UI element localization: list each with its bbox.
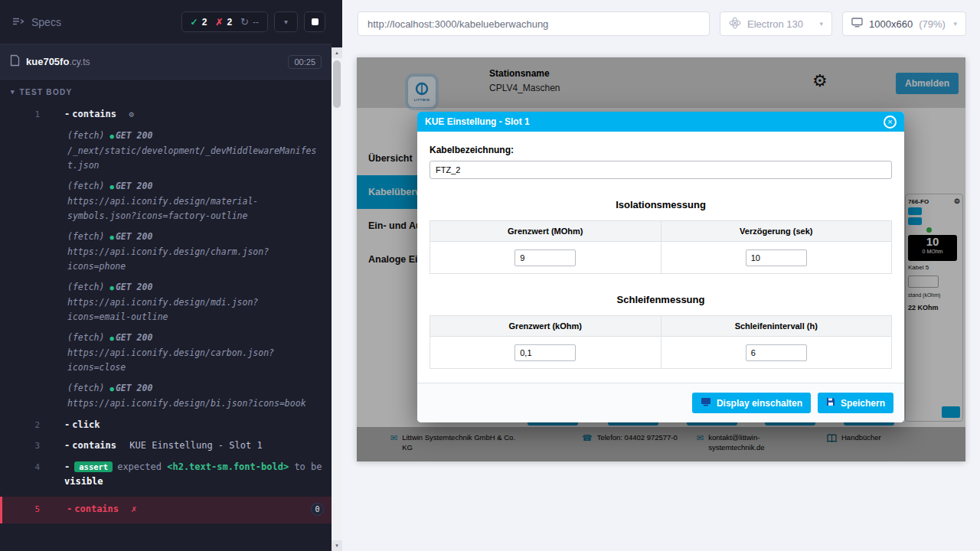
chevron-down-icon: ▾ bbox=[953, 20, 957, 28]
fetch-tag: (fetch) bbox=[67, 282, 104, 292]
loop-intervall-input[interactable] bbox=[746, 344, 807, 361]
status-dot-icon: ● bbox=[109, 132, 113, 140]
chevron-down-icon: ▾ bbox=[284, 18, 288, 26]
viewport-icon bbox=[851, 18, 863, 30]
row-number: 5 bbox=[0, 503, 40, 516]
status-dot-icon: ● bbox=[109, 183, 113, 191]
status-dot-icon: ● bbox=[109, 284, 113, 292]
kabel-label: Kabelbezeichnung: bbox=[430, 145, 892, 155]
kabelbezeichnung-input[interactable] bbox=[430, 161, 892, 179]
schleifen-table: Grenzwert (kOhm) Schleifenintervall (h) bbox=[430, 315, 892, 369]
fetch-tag: (fetch) bbox=[67, 332, 104, 343]
test-body-section[interactable]: ▾ TEST BODY bbox=[0, 80, 72, 104]
command-name: click bbox=[72, 419, 100, 430]
error-count-badge: 0 bbox=[311, 503, 324, 516]
scroll-up-button[interactable]: ▲ bbox=[332, 47, 342, 58]
browser-select[interactable]: Electron 130 ▾ bbox=[720, 11, 832, 36]
url-input[interactable] bbox=[358, 11, 710, 36]
stop-button[interactable] bbox=[304, 11, 325, 32]
specs-label[interactable]: Specs bbox=[31, 16, 61, 28]
iso-col-grenzwert: Grenzwert (MOhm) bbox=[430, 221, 662, 242]
network-log-row[interactable]: (fetch)●GET 200 https://api.iconify.desi… bbox=[0, 328, 332, 377]
scroll-down-button[interactable]: ▼ bbox=[332, 540, 342, 551]
fail-cross-icon: ✗ bbox=[131, 504, 136, 514]
command-row-contains-1[interactable]: 1 -contains ⚙ bbox=[0, 104, 332, 125]
row-number: 2 bbox=[0, 419, 40, 432]
spec-name: kue705fo bbox=[26, 56, 69, 67]
reporter-header: Specs ✓2 ✗2 ↻-- ▾ bbox=[0, 0, 332, 44]
fetch-tag: (fetch) bbox=[67, 383, 104, 393]
modal-header: KUE Einstellung - Slot 1 × bbox=[417, 112, 904, 132]
fetch-url: https://api.iconify.design/bi.json?icons… bbox=[67, 398, 306, 409]
chevron-down-icon: ▾ bbox=[819, 20, 823, 28]
electron-icon bbox=[729, 17, 741, 31]
command-name: contains bbox=[74, 504, 119, 514]
loop-grenzwert-input[interactable] bbox=[514, 344, 576, 361]
isolation-heading: Isolationsmessung bbox=[430, 199, 892, 210]
status-dot-icon: ● bbox=[109, 334, 113, 342]
refresh-icon: ↻ bbox=[240, 16, 249, 28]
command-row-contains-2[interactable]: 3 -contains KUE Einstellung - Slot 1 bbox=[0, 435, 332, 456]
chevron-down-icon: ▾ bbox=[11, 88, 15, 96]
command-log: 1 -contains ⚙ (fetch)●GET 200 /_next/sta… bbox=[0, 104, 332, 523]
fetch-tag: (fetch) bbox=[67, 181, 104, 191]
fetch-url: https://api.iconify.design/material-symb… bbox=[67, 196, 258, 221]
fetch-url: https://api.iconify.design/mdi.json?icon… bbox=[67, 297, 258, 322]
command-row-assert[interactable]: 4 -assertexpected <h2.text-sm.font-bold>… bbox=[0, 456, 332, 493]
iso-grenzwert-input[interactable] bbox=[514, 249, 576, 266]
fetch-url: https://api.iconify.design/charm.json?ic… bbox=[67, 246, 269, 272]
row-number: 4 bbox=[0, 460, 40, 474]
fetch-tag: (fetch) bbox=[67, 130, 104, 141]
spec-file-icon bbox=[10, 54, 20, 70]
network-log-row[interactable]: (fetch)●GET 200 https://api.iconify.desi… bbox=[0, 227, 332, 276]
spec-file-row[interactable]: kue705fo .cy.ts 00:25 bbox=[0, 44, 332, 80]
assert-selector: <h2.text-sm.font-bold> bbox=[167, 461, 289, 472]
check-icon: ✓ bbox=[191, 17, 198, 28]
fetch-tag: (fetch) bbox=[67, 231, 104, 242]
network-log-row[interactable]: (fetch)●GET 200 https://api.iconify.desi… bbox=[0, 278, 332, 327]
stat-passed: ✓2 bbox=[191, 17, 207, 28]
stop-icon bbox=[312, 18, 318, 25]
network-log-row[interactable]: (fetch)●GET 200 https://api.iconify.desi… bbox=[0, 379, 332, 413]
viewport-size: 1000x660 bbox=[869, 18, 913, 30]
preview-pane: Electron 130 ▾ 1000x660 (79%) ▾ LITTWIN … bbox=[342, 0, 980, 551]
gear-icon: ⚙ bbox=[129, 109, 134, 119]
loop-col-grenzwert: Grenzwert (kOhm) bbox=[430, 316, 662, 337]
settings-modal: KUE Einstellung - Slot 1 × Kabelbezeichn… bbox=[417, 112, 904, 422]
command-row-click[interactable]: 2 -click bbox=[0, 415, 332, 435]
fetch-status: GET 200 bbox=[116, 130, 152, 141]
display-einschalten-button[interactable]: Display einschalten bbox=[692, 393, 811, 413]
cypress-reporter: Specs ✓2 ✗2 ↻-- ▾ kue705fo .cy.ts 00:25 … bbox=[0, 0, 342, 551]
command-name: contains bbox=[72, 440, 116, 451]
stat-failed: ✗2 bbox=[215, 17, 232, 28]
section-label: TEST BODY bbox=[20, 88, 73, 96]
loop-col-intervall: Schleifenintervall (h) bbox=[661, 316, 892, 337]
close-icon[interactable]: × bbox=[884, 116, 897, 129]
assert-badge: assert bbox=[74, 461, 113, 472]
display-icon bbox=[701, 397, 711, 409]
collapse-toggle-button[interactable]: ▾ bbox=[274, 11, 298, 32]
stat-pending: ↻-- bbox=[240, 16, 259, 28]
viewport-zoom: (79%) bbox=[919, 18, 946, 30]
modal-title: KUE Einstellung - Slot 1 bbox=[425, 116, 530, 127]
reporter-scrollbar[interactable]: ▲ ▼ bbox=[332, 47, 342, 551]
command-name: contains bbox=[72, 109, 116, 119]
modal-footer: Display einschalten Speichern bbox=[417, 383, 904, 422]
fetch-status: GET 200 bbox=[116, 231, 152, 242]
network-log-row[interactable]: (fetch)●GET 200 /_next/static/developmen… bbox=[0, 126, 332, 175]
viewport-select[interactable]: 1000x660 (79%) ▾ bbox=[842, 11, 966, 36]
speichern-button[interactable]: Speichern bbox=[818, 393, 893, 413]
browser-name: Electron 130 bbox=[747, 18, 803, 30]
iso-verzoegerung-input[interactable] bbox=[746, 249, 807, 266]
iso-col-verzoegerung: Verzögerung (sek) bbox=[661, 221, 892, 242]
command-row-contains-failed[interactable]: 5 -contains ✗ 0 bbox=[0, 497, 332, 523]
specs-list-icon[interactable] bbox=[12, 15, 24, 29]
scrollbar-thumb[interactable] bbox=[333, 60, 341, 108]
fetch-url: https://api.iconify.design/carbon.json?i… bbox=[67, 347, 274, 373]
status-dot-icon: ● bbox=[109, 385, 113, 393]
row-number: 1 bbox=[0, 108, 40, 121]
test-stats[interactable]: ✓2 ✗2 ↻-- bbox=[181, 11, 268, 32]
network-log-row[interactable]: (fetch)●GET 200 https://api.iconify.desi… bbox=[0, 177, 332, 226]
save-icon bbox=[826, 397, 835, 409]
arrow-up-icon: ▲ bbox=[335, 51, 339, 55]
